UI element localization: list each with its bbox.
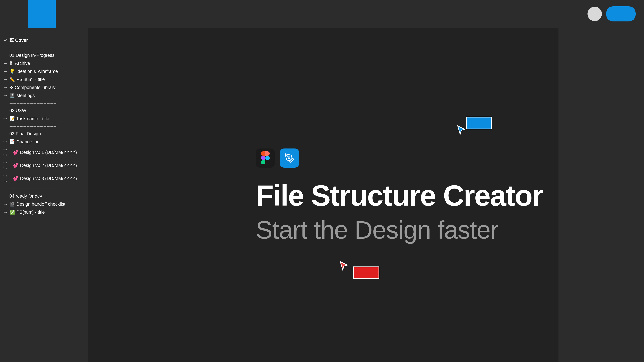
check-icon bbox=[3, 38, 7, 42]
divider-row: --------------------------------- bbox=[10, 123, 85, 130]
hero-title: File Structure Creator bbox=[256, 179, 543, 212]
page-design-v01[interactable]: ↪ ↪ 💕 Design v0.1 (DD/MM/YYYY) bbox=[3, 146, 85, 159]
page-label: 💕 Design v0.2 (DD/MM/YYYY) bbox=[13, 163, 77, 168]
page-psnum[interactable]: ↪ ✏️ PS[num] - title bbox=[3, 75, 85, 83]
nested-arrow-icon: ↪ bbox=[3, 61, 7, 66]
page-label: 🗄 Archive bbox=[10, 61, 30, 66]
logo-square[interactable] bbox=[28, 0, 56, 28]
pages-panel: 🖼 Cover --------------------------------… bbox=[0, 28, 88, 362]
canvas[interactable]: File Structure Creator Start the Design … bbox=[88, 28, 558, 362]
page-changelog[interactable]: ↪ 📑 Change log bbox=[3, 138, 85, 146]
page-label: ✅ PS[num] - title bbox=[10, 210, 45, 215]
nested-arrow-icon: ↪ bbox=[3, 93, 7, 98]
page-cover[interactable]: 🖼 Cover bbox=[3, 36, 85, 44]
page-psnum-ready[interactable]: ↪ ✅ PS[num] - title bbox=[3, 208, 85, 216]
page-meetings[interactable]: ↪ 📓 Meetings bbox=[3, 91, 85, 99]
page-components[interactable]: ↪ ❖ Components Library bbox=[3, 83, 85, 91]
hero-subtitle: Start the Design faster bbox=[256, 216, 498, 245]
topbar bbox=[0, 0, 644, 28]
nested-arrow-icon: ↪ bbox=[3, 85, 7, 90]
nested-arrow-icon: ↪ bbox=[3, 116, 7, 121]
divider-row: --------------------------------- bbox=[10, 99, 85, 107]
nested-arrow-icon: ↪ bbox=[3, 202, 7, 207]
right-panel bbox=[558, 28, 644, 362]
page-label: 📓 Meetings bbox=[10, 93, 35, 98]
share-button[interactable] bbox=[606, 6, 636, 21]
page-label: 💕 Design v0.1 (DD/MM/YYYY) bbox=[13, 150, 77, 155]
collaborator-cursor-blue bbox=[457, 125, 466, 136]
page-label: 📑 Change log bbox=[10, 139, 40, 144]
page-label: 📝 Task name - title bbox=[10, 116, 49, 121]
page-design-v02[interactable]: ↪ ↪ 💕 Design v0.2 (DD/MM/YYYY) bbox=[3, 159, 85, 172]
page-label: 📓 Design handoff checklist bbox=[10, 201, 66, 207]
page-label: 💕 Design v0.3 (DD/MM/YYYY) bbox=[13, 176, 77, 181]
page-design-v03[interactable]: ↪ ↪ 💕 Design v0.3 (DD/MM/YYYY) bbox=[3, 172, 85, 185]
page-label: 🖼 Cover bbox=[10, 37, 28, 43]
page-label: ❖ Components Library bbox=[10, 85, 56, 90]
collaborator-label-red bbox=[353, 267, 379, 279]
nested-arrow-icon: ↪ ↪ bbox=[3, 173, 11, 184]
page-handoff-checklist[interactable]: ↪ 📓 Design handoff checklist bbox=[3, 200, 85, 208]
page-ideation[interactable]: ↪ 💡 Ideation & wireframe bbox=[3, 67, 85, 75]
topbar-left bbox=[0, 0, 56, 28]
nested-arrow-icon: ↪ ↪ bbox=[3, 160, 11, 171]
section-heading-02[interactable]: 02.UXW bbox=[10, 107, 85, 115]
nested-arrow-icon: ↪ ↪ bbox=[3, 147, 11, 158]
nested-arrow-icon: ↪ bbox=[3, 77, 7, 82]
collaborator-cursor-red bbox=[340, 261, 348, 272]
page-taskname[interactable]: ↪ 📝 Task name - title bbox=[3, 115, 85, 123]
nested-arrow-icon: ↪ bbox=[3, 139, 7, 144]
collaborator-label-blue bbox=[466, 117, 492, 129]
divider-row: --------------------------------- bbox=[10, 185, 85, 192]
page-archive[interactable]: ↪ 🗄 Archive bbox=[3, 59, 85, 67]
page-label: 💡 Ideation & wireframe bbox=[10, 69, 58, 74]
nested-arrow-icon: ↪ bbox=[3, 210, 7, 215]
figma-icon bbox=[256, 148, 275, 168]
main: 🖼 Cover --------------------------------… bbox=[0, 28, 644, 362]
section-heading-01[interactable]: 01.Design In-Progress bbox=[10, 51, 85, 59]
section-heading-04[interactable]: 04.ready for dev bbox=[10, 192, 85, 200]
topbar-right bbox=[588, 6, 636, 21]
nested-arrow-icon: ↪ bbox=[3, 69, 7, 74]
app-root: 🖼 Cover --------------------------------… bbox=[0, 0, 644, 362]
section-heading-03[interactable]: 03.Final Design bbox=[10, 130, 85, 138]
divider-row: --------------------------------- bbox=[10, 44, 85, 51]
pen-tool-icon bbox=[280, 148, 299, 168]
svg-point-1 bbox=[288, 157, 290, 158]
avatar[interactable] bbox=[588, 7, 602, 21]
svg-point-0 bbox=[265, 156, 270, 160]
page-label: ✏️ PS[num] - title bbox=[10, 77, 45, 82]
